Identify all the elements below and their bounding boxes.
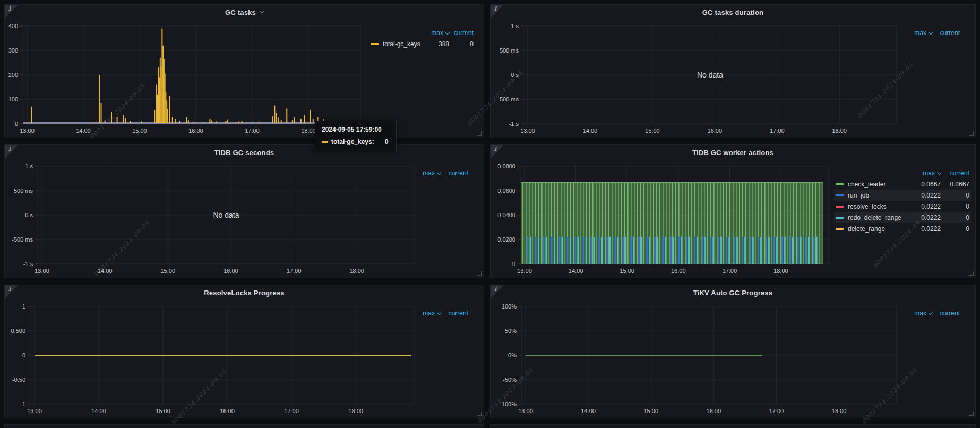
legend-sort-current[interactable]: current [449, 29, 474, 37]
series-max-value: 0.0667 [907, 181, 941, 188]
chart-tikv-auto-gc-progress[interactable]: -100%-50%0%50%100%13:0014:0015:0016:0017… [491, 285, 975, 418]
series-current-value: 0.0667 [941, 181, 969, 188]
y-tick-label: 0 [22, 352, 25, 358]
tooltip-series-value: 0 [385, 138, 389, 145]
series-name[interactable]: total-gc_keys [383, 40, 420, 48]
panel-title: GC tasks [225, 8, 256, 16]
grafana-dashboard: i GC tasks 010020030040013:0014:0015:001… [0, 0, 980, 428]
legend-sort-max[interactable]: max [902, 29, 932, 37]
y-tick-label: 0.0200 [497, 236, 515, 243]
legend-sort-max[interactable]: max [907, 169, 941, 177]
panel-resize-handle[interactable] [969, 131, 974, 136]
x-tick-label: 14:00 [76, 127, 91, 134]
panel-title-menu[interactable]: ResolveLocks Progress [5, 285, 484, 300]
legend-sort-max[interactable]: max [420, 29, 449, 37]
y-tick-label: 0% [508, 352, 517, 358]
legend-header: maxcurrent [899, 307, 961, 319]
panel-title: TiDB GC worker actions [692, 149, 773, 157]
plot-area: -100%-50%0%50%100%13:0014:0015:0016:0017… [491, 285, 975, 418]
x-tick-label: 18:00 [348, 408, 363, 414]
y-tick-label: 0 s [25, 212, 33, 218]
chart-gc-tasks-duration[interactable]: -1 s-500 ms0 s500 ms1 s13:0014:0015:0016… [491, 5, 975, 138]
x-tick-label: 16:00 [707, 408, 721, 414]
y-tick-label: 1 s [25, 163, 33, 169]
panel-title-menu[interactable]: GC tasks [5, 5, 484, 20]
x-tick-label: 18:00 [349, 268, 364, 274]
panel-resize-handle[interactable] [477, 412, 482, 416]
series-current-value: 0 [449, 40, 474, 48]
x-tick-label: 13:00 [518, 408, 533, 414]
legend-sort-current[interactable]: current [941, 169, 969, 177]
y-tick-label: 500 ms [14, 187, 33, 194]
legend-sort-current[interactable]: current [932, 29, 960, 37]
tooltip-timestamp: 2024-09-05 17:59:00 [322, 126, 390, 133]
legend-row: check_leader0.06670.0667 [834, 178, 971, 190]
legend-sort-current[interactable]: current [441, 169, 468, 177]
next-row-panel-edge [490, 424, 976, 428]
panel-title-menu[interactable]: TiKV Auto GC Progress [491, 285, 975, 300]
legend-sort-current[interactable]: current [932, 310, 960, 317]
panel-title-menu[interactable]: TiDB GC seconds [5, 145, 484, 160]
y-tick-label: 0 [15, 121, 18, 127]
x-tick-label: 18:00 [832, 408, 847, 414]
x-tick-label: 15:00 [620, 268, 634, 274]
x-tick-label: 17:00 [284, 408, 299, 414]
panel-title-menu[interactable]: GC tasks duration [491, 5, 975, 20]
panel-title: TiKV Auto GC Progress [693, 289, 772, 297]
chart-resolvelocks-progress[interactable]: -1-0.5000.500113:0014:0015:0016:0017:001… [5, 285, 484, 418]
x-tick-label: 13:00 [20, 127, 35, 134]
panel-title-menu[interactable]: TiDB GC worker actions [491, 145, 975, 160]
x-tick-label: 18:00 [832, 127, 847, 134]
x-tick-label: 16:00 [220, 408, 235, 414]
legend-sort-max[interactable]: max [902, 310, 932, 317]
legend-row: redo_delete_range0.02220 [834, 212, 971, 223]
panel-title: GC tasks duration [702, 8, 763, 16]
x-tick-label: 14:00 [581, 408, 596, 414]
x-tick-label: 17:00 [723, 268, 737, 274]
y-tick-label: 50% [505, 328, 517, 334]
legend-tidb-gc-worker-actions: maxcurrentcheck_leader0.06670.0667run_jo… [834, 167, 971, 234]
panel-gc-tasks: i GC tasks 010020030040013:0014:0015:001… [4, 4, 484, 138]
x-tick-label: 15:00 [645, 127, 660, 134]
x-tick-label: 17:00 [245, 127, 260, 134]
plot-area: -1 s-500 ms0 s500 ms1 s13:0014:0015:0016… [491, 5, 975, 138]
chart-tidb-gc-seconds[interactable]: -1 s-500 ms0 s500 ms1 s13:0014:0015:0016… [5, 145, 484, 278]
x-tick-label: 14:00 [569, 268, 583, 274]
panel-resize-handle[interactable] [969, 271, 974, 276]
legend-header: maxcurrent [834, 167, 971, 178]
legend-sort-max[interactable]: max [411, 310, 441, 317]
x-tick-label: 13:00 [517, 268, 532, 274]
legend-header: maxcurrent [407, 167, 470, 178]
y-tick-label: 100% [502, 303, 517, 310]
plot-area: -1-0.5000.500113:0014:0015:0016:0017:001… [5, 285, 484, 418]
x-tick-label: 15:00 [132, 127, 147, 134]
legend-sort-max[interactable]: max [411, 169, 441, 177]
series-name[interactable]: redo_delete_range [848, 214, 901, 221]
series-name[interactable]: run_job [848, 192, 869, 199]
x-tick-label: 16:00 [671, 268, 686, 274]
x-tick-label: 14:00 [583, 127, 598, 134]
y-tick-label: -500 ms [12, 236, 33, 243]
legend-sort-current[interactable]: current [441, 310, 468, 317]
legend-gc-tasks-duration: maxcurrent [899, 27, 961, 38]
x-tick-label: 13:00 [35, 268, 49, 274]
x-tick-label: 14:00 [91, 408, 106, 414]
y-tick-label: 0.0800 [497, 163, 515, 169]
y-tick-label: 100 [8, 96, 18, 102]
series-current-value: 0 [941, 225, 969, 233]
panel-resize-handle[interactable] [477, 131, 482, 136]
plot-area: 010020030040013:0014:0015:0016:0017:0018… [5, 5, 484, 138]
series-max-value: 0.0222 [907, 225, 941, 233]
legend-row: run_job0.02220 [834, 190, 971, 201]
series-name[interactable]: delete_range [848, 225, 885, 233]
no-data-label: No data [697, 71, 723, 79]
legend-header: maxcurrent [899, 27, 961, 38]
x-tick-label: 16:00 [223, 268, 238, 274]
series-name[interactable]: resolve_locks [848, 203, 887, 210]
panel-resize-handle[interactable] [969, 412, 974, 416]
series-name[interactable]: check_leader [848, 181, 886, 188]
plot-area: -1 s-500 ms0 s500 ms1 s13:0014:0015:0016… [5, 145, 484, 278]
chart-gc-tasks[interactable]: 010020030040013:0014:0015:0016:0017:0018… [5, 5, 484, 138]
legend-row: delete_range0.02220 [834, 223, 971, 234]
panel-resize-handle[interactable] [477, 271, 482, 276]
